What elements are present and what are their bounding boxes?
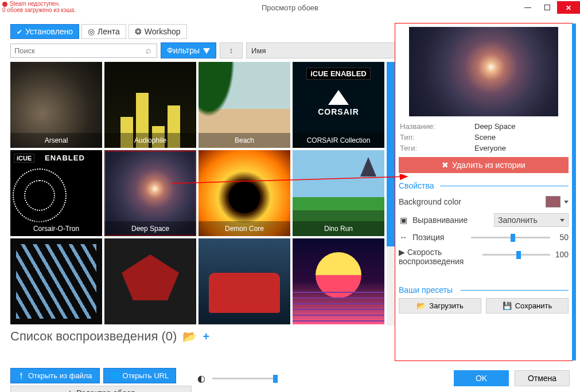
section-properties: Свойства <box>399 181 569 190</box>
tile-caption: CORSAIR Collection <box>293 133 384 148</box>
wallpaper-tile[interactable]: Dino Run <box>293 150 384 236</box>
delete-label: Удалить из истории <box>452 160 525 170</box>
tile-caption: Demon Core <box>198 221 290 236</box>
titlebar: Просмотр обоев <box>0 14 580 22</box>
wallpaper-tile[interactable] <box>198 238 290 324</box>
tile-caption: Corsair-O-Tron <box>10 221 102 236</box>
alignment-select[interactable]: Заполнить <box>494 213 569 227</box>
steam-icon <box>135 27 142 36</box>
magic-icon <box>67 389 73 392</box>
cue-badge: iCUE ENABLED <box>306 68 371 80</box>
window-controls <box>518 1 580 14</box>
wallpaper-tile[interactable] <box>293 238 384 324</box>
tab-workshop[interactable]: Workshop <box>129 24 187 39</box>
search-icon[interactable] <box>141 44 157 57</box>
chevron-down-icon[interactable] <box>564 201 569 203</box>
tab-workshop-label: Workshop <box>145 27 181 36</box>
meta-tags: Теги:Everyone <box>400 144 567 152</box>
prop-alignment: Выравнивание Заполнить <box>399 213 569 227</box>
funnel-icon <box>203 48 210 55</box>
meta-name: Название:Deep Space <box>400 122 567 131</box>
cache-status-text: 0 обоев загружено из кэша. <box>2 7 76 13</box>
prop-speed: Скорость воспроизведения 100 <box>399 248 569 266</box>
wallpaper-tile[interactable]: Demon Core <box>198 150 290 236</box>
prop-bgcolor: Background color <box>399 196 569 207</box>
target-icon <box>88 27 95 36</box>
arrows-icon <box>399 233 408 242</box>
wallpaper-grid: Arsenal Audiophile Beach iCUE ENABLED CO… <box>10 62 387 326</box>
wallpaper-editor-button[interactable]: Редактор обоев <box>10 386 192 392</box>
folder-icon <box>416 301 426 310</box>
play-icon <box>399 248 405 257</box>
tab-installed[interactable]: Установлено <box>10 24 79 39</box>
chevron-down-icon <box>560 219 565 222</box>
preset-save-button[interactable]: Сохранить <box>486 298 569 313</box>
meta-type: Тип:Scene <box>400 133 567 142</box>
corsair-logo-icon <box>328 90 349 105</box>
preset-load-button[interactable]: Загрузить <box>399 298 481 313</box>
sort-field-label: Имя <box>251 46 266 55</box>
ok-button[interactable]: OK <box>454 370 509 386</box>
preset-buttons: Загрузить Сохранить <box>399 298 569 313</box>
wallpaper-tile[interactable]: Audiophile <box>104 62 196 148</box>
steam-status-icon <box>2 2 7 7</box>
speed-value: 100 <box>554 250 569 259</box>
filters-button[interactable]: Фильтры <box>161 42 216 58</box>
preview-image <box>409 27 558 116</box>
wallpaper-tile-selected[interactable]: Deep Space <box>104 150 196 236</box>
tile-caption: Arsenal <box>10 133 102 148</box>
wallpaper-tile[interactable] <box>104 238 196 324</box>
playlist-folder-icon[interactable] <box>182 330 197 343</box>
section-presets: Ваши пресеты <box>399 285 569 295</box>
cue-enabled: ENABLED <box>45 154 85 162</box>
speed-slider[interactable] <box>482 254 550 256</box>
brightness-control <box>197 373 279 384</box>
filters-label: Фильтры <box>167 46 200 55</box>
wallpaper-tile[interactable]: Beach <box>198 62 290 148</box>
main-area: Arsenal Audiophile Beach iCUE ENABLED CO… <box>0 62 580 326</box>
tile-caption: Dino Run <box>293 221 384 236</box>
cue-badge: iCUE <box>14 154 34 163</box>
sort-icon <box>229 46 233 55</box>
check-icon <box>17 27 22 36</box>
gallery-scrollbar[interactable] <box>387 62 395 326</box>
close-button[interactable] <box>557 1 580 14</box>
steam-status-text: Steam недоступен. <box>10 1 60 7</box>
bottom-bar: OK Отмена <box>0 370 580 386</box>
tab-feed[interactable]: Лента <box>81 24 126 39</box>
side-panel: Название:Deep Space Тип:Scene Теги:Every… <box>395 23 573 361</box>
search-input[interactable] <box>11 44 141 57</box>
playlist-add-icon[interactable] <box>203 330 209 343</box>
position-slider[interactable] <box>471 237 550 238</box>
side-scrollbar[interactable] <box>572 23 576 360</box>
search-box <box>10 44 157 58</box>
position-value: 50 <box>554 233 569 242</box>
playlist-title: Список воспроизведения (0) <box>10 329 177 344</box>
delete-from-history-button[interactable]: Удалить из истории <box>399 157 569 173</box>
wallpaper-tile[interactable] <box>10 238 102 324</box>
tab-installed-label: Установлено <box>25 27 73 36</box>
image-icon <box>399 215 408 225</box>
minimize-button[interactable] <box>518 1 538 14</box>
cancel-button[interactable]: Отмена <box>515 370 570 386</box>
wallpaper-tile[interactable]: Arsenal <box>10 62 102 148</box>
playlist-header: Список воспроизведения (0) <box>10 329 380 344</box>
tile-caption: Audiophile <box>104 133 196 148</box>
bgcolor-swatch[interactable] <box>546 196 560 207</box>
tile-caption: Beach <box>198 133 290 148</box>
window-title: Просмотр обоев <box>262 3 318 12</box>
brightness-icon <box>197 373 205 384</box>
wallpaper-tile[interactable]: iCUE ENABLED Corsair-O-Tron <box>10 150 102 236</box>
x-icon <box>442 160 449 170</box>
brightness-slider[interactable] <box>212 378 275 379</box>
prop-position: Позиция 50 <box>399 233 569 242</box>
maximize-button[interactable] <box>538 1 557 14</box>
sort-direction-button[interactable] <box>220 42 243 58</box>
tab-feed-label: Лента <box>98 27 120 36</box>
editor-row: Редактор обоев <box>10 386 192 392</box>
tile-caption: Deep Space <box>104 221 196 236</box>
wallpaper-tile[interactable]: iCUE ENABLED CORSAIR CORSAIR Collection <box>293 62 384 148</box>
save-icon <box>503 301 512 310</box>
corsair-brand: CORSAIR <box>318 107 359 116</box>
